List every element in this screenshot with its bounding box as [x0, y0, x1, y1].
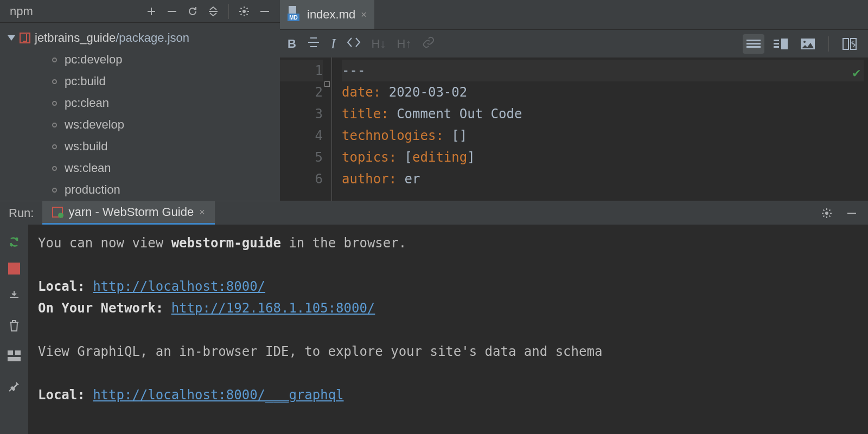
npm-script-item[interactable]: pc:clean — [8, 92, 280, 114]
code-line: technologies: [] — [342, 125, 864, 146]
svg-rect-4 — [774, 40, 779, 41]
rerun-icon[interactable] — [4, 232, 24, 252]
console-line: On Your Network: http://192.168.1.105:80… — [38, 297, 858, 319]
bullet-icon — [52, 58, 57, 62]
svg-rect-3 — [746, 46, 761, 48]
running-dot-icon — [58, 213, 63, 218]
markdown-file-icon: MD — [288, 9, 302, 20]
editor-body[interactable]: 1 2 3 4 5 6 --- date: 2020-03-02 title: … — [280, 58, 868, 201]
run-tab[interactable]: yarn - WebStorm Guide × — [42, 201, 214, 225]
script-label: pc:develop — [65, 53, 122, 67]
line-number: 6 — [280, 168, 323, 190]
script-label: pc:build — [65, 74, 106, 88]
gear-icon[interactable] — [234, 2, 254, 21]
npm-header: npm — [0, 0, 280, 23]
code-line: topics: [editing] — [342, 146, 864, 168]
svg-rect-5 — [774, 43, 779, 44]
npm-script-item[interactable]: ws:build — [8, 136, 280, 157]
run-tool-window: Run: yarn - WebStorm Guide × You can now… — [0, 201, 868, 434]
chevron-down-icon[interactable] — [8, 35, 15, 41]
line-number: 4 — [280, 125, 323, 146]
code-line: author: er — [342, 168, 864, 190]
local-url-link[interactable]: http://localhost:8000/ — [93, 279, 265, 294]
npm-script-item[interactable]: pc:develop — [8, 49, 280, 71]
editor-area: MD index.md × B I H↓ H↑ — [280, 0, 868, 201]
script-label: ws:build — [65, 139, 107, 154]
code-button[interactable] — [347, 37, 361, 51]
bullet-icon — [52, 188, 57, 193]
down-icon[interactable] — [4, 285, 24, 305]
script-label: ws:clean — [65, 161, 111, 175]
npm-script-item[interactable]: production — [8, 179, 280, 201]
svg-point-0 — [242, 10, 246, 13]
layout-icon[interactable] — [4, 346, 24, 366]
close-icon[interactable]: × — [361, 9, 367, 21]
npm-script-item[interactable]: pc:build — [8, 71, 280, 92]
npm-title: npm — [10, 4, 142, 18]
npm-script-item[interactable]: ws:clean — [8, 157, 280, 179]
gutter: 1 2 3 4 5 6 — [280, 58, 332, 201]
minimize-icon[interactable] — [255, 2, 275, 21]
bullet-icon — [52, 144, 57, 149]
editor-only-view-button[interactable] — [743, 34, 764, 54]
code-content[interactable]: --- date: 2020-03-02 title: Comment Out … — [332, 58, 868, 201]
svg-rect-2 — [746, 43, 761, 44]
line-number: 2 — [280, 81, 323, 103]
check-icon[interactable]: ✔ — [853, 62, 860, 84]
markdown-toolbar: B I H↓ H↑ — [280, 29, 868, 58]
run-label: Run: — [0, 201, 42, 225]
link-button[interactable] — [422, 36, 435, 52]
minimize-icon[interactable] — [842, 203, 861, 223]
tab-filename: index.md — [307, 8, 355, 22]
stop-icon[interactable] — [8, 263, 20, 275]
npm-script-item[interactable]: ws:develop — [8, 114, 280, 136]
line-number: 3 — [280, 103, 323, 125]
svg-rect-1 — [746, 40, 761, 41]
svg-rect-7 — [781, 39, 788, 49]
console-line: Local: http://localhost:8000/ — [38, 276, 858, 297]
strikethrough-button[interactable] — [307, 36, 320, 52]
bold-button[interactable]: B — [288, 37, 296, 51]
heading-up-button[interactable]: H↑ — [397, 37, 411, 51]
split-view-button[interactable] — [770, 34, 792, 54]
script-label: production — [65, 183, 120, 197]
npm-icon — [20, 33, 30, 43]
run-tab-title: yarn - WebStorm Guide — [68, 205, 194, 219]
refresh-icon[interactable] — [183, 2, 202, 21]
editor-tab[interactable]: MD index.md × — [280, 0, 374, 29]
npm-run-icon — [52, 207, 63, 218]
preview-view-button[interactable] — [797, 34, 819, 54]
npm-tool-window: npm jetbrains_guide/package.json pc:deve… — [0, 0, 280, 201]
svg-rect-15 — [8, 357, 21, 361]
graphql-url-link[interactable]: http://localhost:8000/___graphql — [93, 387, 343, 403]
run-tab-bar: Run: yarn - WebStorm Guide × — [0, 201, 868, 225]
heading-down-button[interactable]: H↓ — [372, 37, 386, 51]
console-output[interactable]: You can now view webstorm-guide in the b… — [28, 225, 868, 434]
svg-rect-14 — [15, 350, 21, 355]
bullet-icon — [52, 123, 57, 127]
console-line: View GraphiQL, an in-browser IDE, to exp… — [38, 341, 858, 362]
project-name: jetbrains_guide — [35, 31, 116, 44]
svg-point-12 — [825, 212, 828, 215]
italic-button[interactable]: I — [331, 36, 336, 52]
bullet-icon — [52, 101, 57, 106]
network-url-link[interactable]: http://192.168.1.105:8000/ — [171, 301, 375, 316]
editor-tab-bar: MD index.md × — [280, 0, 868, 29]
pin-icon[interactable] — [4, 376, 24, 396]
close-icon[interactable]: × — [199, 207, 205, 218]
npm-tree: jetbrains_guide/package.json pc:develop … — [0, 23, 280, 201]
svg-rect-6 — [774, 46, 779, 48]
trash-icon[interactable] — [4, 316, 24, 335]
separator — [228, 4, 229, 19]
fold-icon[interactable] — [324, 81, 330, 87]
scroll-sync-button[interactable] — [839, 34, 860, 54]
console-line: You can now view webstorm-guide in the b… — [38, 232, 858, 254]
svg-rect-10 — [843, 39, 848, 49]
npm-project-node[interactable]: jetbrains_guide/package.json — [8, 27, 280, 49]
add-icon[interactable] — [142, 2, 161, 21]
bullet-icon — [52, 166, 57, 171]
gear-icon[interactable] — [817, 203, 837, 223]
line-number: 1 — [280, 60, 323, 81]
collapse-icon[interactable] — [203, 2, 223, 21]
remove-icon[interactable] — [162, 2, 182, 21]
